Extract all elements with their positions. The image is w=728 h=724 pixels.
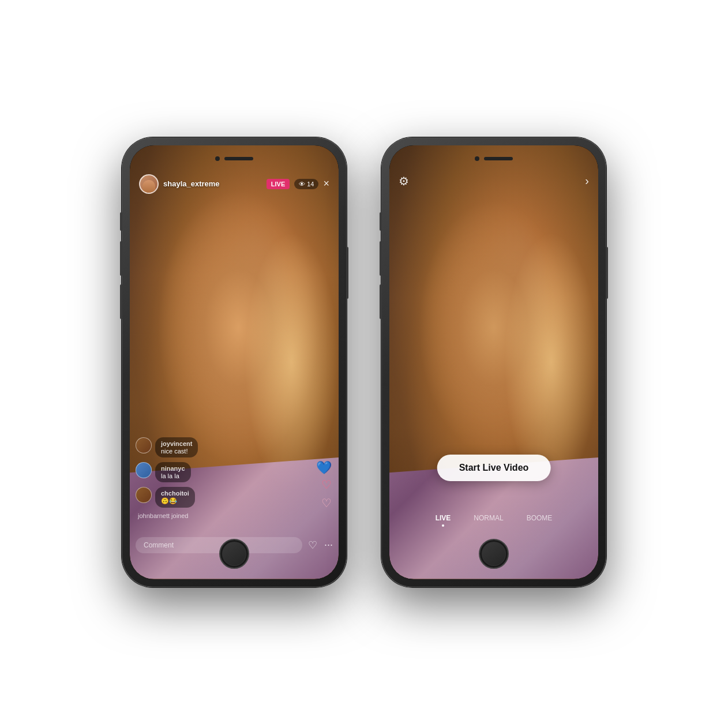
tab-boomerang[interactable]: BOOME	[515, 512, 564, 524]
comment-item-3: chchoitoi 🙃😂	[136, 487, 310, 508]
volume-down-button-right	[380, 284, 382, 319]
comment-avatar-1	[136, 437, 152, 453]
comments-area: joyvincent nice cast! ninanyc la la la	[136, 437, 310, 522]
phone-body-left: shayla_extreme LIVE 👁 14 × 💙 joyvi	[122, 137, 347, 587]
tab-normal[interactable]: NORMAL	[462, 512, 515, 524]
home-button-right[interactable]	[479, 539, 509, 569]
speaker-grille-right	[484, 157, 513, 160]
chevron-right-icon[interactable]: ›	[585, 174, 589, 187]
comment-text-2: la la la	[161, 472, 185, 479]
power-button	[346, 247, 348, 299]
comment-item-2: ninanyc la la la	[136, 462, 310, 482]
eye-icon: 👁	[299, 181, 305, 187]
phone-top-notch-right	[453, 153, 534, 164]
comment-avatar-2	[136, 462, 152, 478]
comment-bubble-1: joyvincent nice cast!	[155, 437, 198, 457]
start-live-video-button[interactable]: Start Live Video	[437, 455, 551, 481]
heart-icon-1: ♡	[321, 478, 332, 492]
left-phone: shayla_extreme LIVE 👁 14 × 💙 joyvi	[122, 137, 347, 587]
comment-bubble-3: chchoitoi 🙃😂	[155, 487, 195, 508]
volume-up-button	[120, 241, 122, 276]
phone-top-notch	[194, 153, 275, 164]
bottom-action-icons: ♡ ···	[308, 539, 333, 552]
viewer-number: 14	[307, 181, 314, 187]
avatar-face	[142, 180, 155, 193]
comment-username-1: joyvincent	[161, 440, 192, 447]
camera-mode-tabs: LIVE NORMAL BOOME	[389, 512, 598, 524]
settings-icon[interactable]: ⚙	[399, 174, 409, 188]
right-phone: ⚙ › Start Live Video LIVE NORMAL BOOME	[381, 137, 606, 587]
streamer-avatar[interactable]	[139, 174, 159, 194]
power-button-right	[606, 247, 608, 299]
more-options-icon[interactable]: ···	[324, 539, 333, 551]
heart-action-icon[interactable]: ♡	[308, 539, 317, 552]
volume-up-button-right	[380, 241, 382, 276]
tab-live[interactable]: LIVE	[424, 512, 463, 524]
left-phone-ui: shayla_extreme LIVE 👁 14 × 💙 joyvi	[130, 145, 339, 579]
speaker-grille	[224, 157, 253, 160]
volume-mute-button	[120, 212, 122, 231]
live-top-bar: shayla_extreme LIVE 👁 14 ×	[139, 174, 329, 194]
camera-dot	[215, 156, 220, 161]
heart-icon-2: ♡	[321, 496, 332, 510]
volume-mute-button-right	[380, 212, 382, 231]
camera-dot-right	[475, 156, 479, 161]
comment-text-3: 🙃😂	[161, 497, 189, 505]
joined-notification: johnbarnett joined	[138, 512, 310, 519]
live-badge: LIVE	[267, 179, 290, 189]
scroll-emoji: 💙	[316, 460, 332, 475]
comment-text-1: nice cast!	[161, 448, 192, 455]
volume-down-button	[120, 284, 122, 319]
phone-screen-right: ⚙ › Start Live Video LIVE NORMAL BOOME	[389, 145, 598, 579]
hearts-container: ♡ ♡	[321, 478, 332, 510]
close-button[interactable]: ×	[323, 178, 329, 190]
comment-avatar-3	[136, 487, 152, 503]
right-phone-ui: ⚙ › Start Live Video LIVE NORMAL BOOME	[389, 145, 598, 579]
streamer-username: shayla_extreme	[163, 179, 262, 188]
comment-username-3: chchoitoi	[161, 490, 189, 497]
home-button-left[interactable]	[219, 539, 249, 569]
viewer-count: 👁 14	[294, 179, 318, 189]
phone-body-right: ⚙ › Start Live Video LIVE NORMAL BOOME	[381, 137, 606, 587]
camera-top-bar: ⚙ ›	[399, 174, 589, 188]
comment-bubble-2: ninanyc la la la	[155, 462, 191, 482]
comment-username-2: ninanyc	[161, 465, 185, 472]
comment-item: joyvincent nice cast!	[136, 437, 310, 457]
phone-screen-left: shayla_extreme LIVE 👁 14 × 💙 joyvi	[130, 145, 339, 579]
